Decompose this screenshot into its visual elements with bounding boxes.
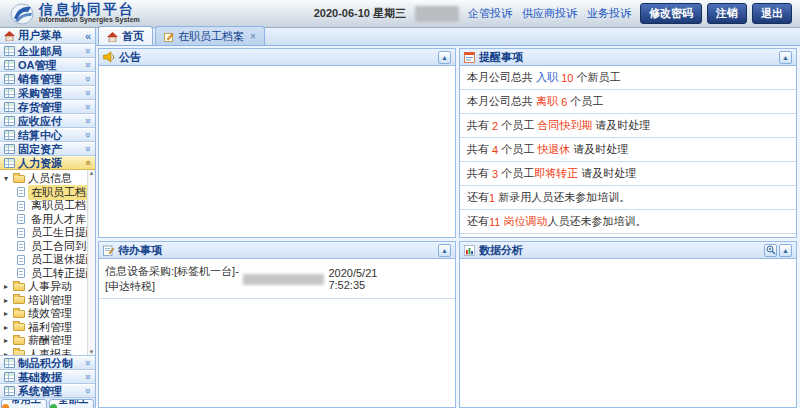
enterprise-complaint-link[interactable]: 企管投诉 — [468, 6, 512, 21]
module-icon — [4, 102, 15, 112]
tree-leaf-员工退休提醒[interactable]: 员工退休提醒 — [2, 253, 86, 267]
chevron-down-icon: « — [83, 374, 93, 380]
tree-leaf-员工转正提醒[interactable]: 员工转正提醒 — [2, 267, 86, 281]
app-title: 信息协同平台 — [39, 3, 140, 16]
home-icon — [107, 32, 118, 42]
change-password-button[interactable]: 修改密码 — [640, 3, 702, 24]
sidebar-group-label: 基础数据 — [18, 370, 62, 385]
tab-active-employees[interactable]: 在职员工档案 × — [155, 26, 265, 45]
folder-icon — [13, 283, 25, 291]
panel-announcement: 公告 ▲ — [98, 48, 456, 238]
collapse-panel-icon[interactable]: ▲ — [438, 244, 451, 257]
reminder-text-segment: 10 — [561, 72, 573, 84]
document-icon — [17, 228, 25, 238]
sidebar-group-企业邮局[interactable]: 企业邮局« — [0, 44, 95, 58]
reminder-text-segment: 本月公司总共 — [467, 70, 536, 85]
reminder-text-segment: 个员工 — [498, 118, 537, 133]
tree-leaf-员工生日提醒[interactable]: 员工生日提醒 — [2, 226, 86, 240]
document-icon — [17, 214, 25, 224]
reminder-text-segment: 请及时处理 — [592, 118, 650, 133]
logout-button[interactable]: 注销 — [707, 3, 747, 24]
reminder-text-segment: 入职 — [536, 70, 558, 85]
sidebar-group-label: OA管理 — [18, 58, 57, 73]
todo-item[interactable]: 信息设备采购:[标签机一台]-[申达特税] 2020/5/21 7:52:35 — [99, 259, 455, 299]
todo-item-text: 信息设备采购:[标签机一台]-[申达特税] — [105, 264, 239, 294]
tree-folder-人事报表[interactable]: ▸人事报表 — [2, 348, 86, 357]
tree-folder-绩效管理[interactable]: ▸绩效管理 — [2, 307, 86, 321]
chevron-down-icon: « — [83, 48, 93, 54]
folder-icon — [13, 337, 25, 345]
common-tasks-tab[interactable]: 常用工作 — [1, 399, 47, 408]
document-icon — [17, 187, 25, 197]
tree-leaf-备用人才库[interactable]: 备用人才库 — [2, 213, 86, 227]
reminder-text-segment: 新录用人员还未参加培训。 — [495, 190, 630, 205]
sidebar-group-销售管理[interactable]: 销售管理« — [0, 72, 95, 86]
module-icon — [4, 116, 15, 126]
tree-folder-人员信息[interactable]: ▾人员信息 — [2, 172, 86, 186]
header-right-area: 2020-06-10 星期三 企管投诉供应商投诉业务投诉 修改密码注销退出 — [314, 3, 792, 24]
panel-todo-body: 信息设备采购:[标签机一台]-[申达特税] 2020/5/21 7:52:35 — [99, 259, 455, 407]
sidebar-group-存货管理[interactable]: 存货管理« — [0, 100, 95, 114]
reminder-text-segment: 本月公司总共 — [467, 94, 536, 109]
todo-item-redacted — [243, 274, 325, 285]
sidebar-group-应收应付[interactable]: 应收应付« — [0, 114, 95, 128]
user-icon — [2, 404, 9, 408]
sidebar-group-采购管理[interactable]: 采购管理« — [0, 86, 95, 100]
business-complaint-link[interactable]: 业务投诉 — [587, 6, 631, 21]
panel-announcement-body — [99, 66, 455, 237]
close-icon[interactable]: × — [250, 31, 256, 42]
exit-button[interactable]: 退出 — [752, 3, 792, 24]
tree-leaf-在职员工档案[interactable]: 在职员工档案 — [2, 186, 86, 200]
sidebar-group-label: 销售管理 — [18, 72, 62, 87]
sidebar-group-label: 人力资源 — [18, 156, 62, 171]
all-tasks-tab[interactable]: 全部工作 — [49, 399, 95, 408]
collapse-panel-icon[interactable]: ▲ — [438, 51, 451, 64]
sidebar-group-基础数据[interactable]: 基础数据« — [0, 370, 95, 384]
panel-analysis: 数据分析 ▲ — [459, 241, 797, 408]
expand-node-icon[interactable]: ▸ — [2, 282, 10, 291]
tree-folder-福利管理[interactable]: ▸福利管理 — [2, 321, 86, 335]
horn-icon — [103, 51, 115, 63]
collapse-panel-icon[interactable]: ▲ — [779, 244, 792, 257]
todo-item-time: 2020/5/21 7:52:35 — [328, 267, 393, 291]
panel-title: 公告 — [119, 50, 141, 65]
tree-leaf-离职员工档案[interactable]: 离职员工档案 — [2, 199, 86, 213]
reminder-item: 还有1 新录用人员还未参加培训。 — [460, 186, 796, 210]
sidebar-group-固定资产[interactable]: 固定资产« — [0, 142, 95, 156]
expand-node-icon[interactable]: ▸ — [2, 309, 10, 318]
expand-node-icon[interactable]: ▸ — [2, 323, 10, 332]
supplier-complaint-link[interactable]: 供应商投诉 — [522, 6, 577, 21]
tree-folder-薪酬管理[interactable]: ▸薪酬管理 — [2, 334, 86, 348]
sidebar-group-系统管理[interactable]: 系统管理« — [0, 384, 95, 398]
sidebar-item-user-menu[interactable]: 用户菜单 « — [0, 28, 95, 44]
scroll-up-icon[interactable]: ▲ — [89, 170, 95, 176]
sidebar-group-hr[interactable]: 人力资源 « — [0, 156, 95, 170]
panel-title: 待办事项 — [118, 243, 162, 258]
chevron-down-icon: « — [83, 62, 93, 68]
module-icon — [4, 372, 15, 382]
panel-announcement-header: 公告 ▲ — [99, 49, 455, 66]
sidebar-group-OA管理[interactable]: OA管理« — [0, 58, 95, 72]
tree-folder-人事异动[interactable]: ▸人事异动 — [2, 280, 86, 294]
reminder-text-segment: 还有 — [467, 190, 489, 205]
expand-node-icon[interactable]: ▸ — [2, 336, 10, 345]
sidebar-group-制品积分制[interactable]: 制品积分制« — [0, 356, 95, 370]
zoom-icon[interactable] — [764, 244, 777, 257]
current-date: 2020-06-10 星期三 — [314, 6, 406, 21]
reminder-item: 本月公司总共 离职 6 个员工 — [460, 90, 796, 114]
sidebar-user-menu-label: 用户菜单 — [18, 28, 62, 43]
reminder-item: 共有 3 个员工即将转正 请及时处理 — [460, 162, 796, 186]
tab-home[interactable]: 首页 — [98, 26, 153, 45]
collapse-panel-icon[interactable]: ▲ — [779, 51, 792, 64]
tree-scrollbar[interactable]: ▲ ▼ — [87, 170, 95, 355]
tree-leaf-员工合同到期[interactable]: 员工合同到期 — [2, 240, 86, 254]
sidebar-group-结算中心[interactable]: 结算中心« — [0, 128, 95, 142]
document-icon — [17, 268, 25, 278]
scroll-down-icon[interactable]: ▼ — [89, 349, 95, 355]
todo-icon — [103, 245, 114, 256]
expand-node-icon[interactable]: ▸ — [2, 350, 10, 356]
sidebar-collapse-icon[interactable]: « — [85, 30, 91, 42]
expand-node-icon[interactable]: ▸ — [2, 296, 10, 305]
collapse-node-icon[interactable]: ▾ — [2, 174, 10, 183]
tree-folder-培训管理[interactable]: ▸培训管理 — [2, 294, 86, 308]
